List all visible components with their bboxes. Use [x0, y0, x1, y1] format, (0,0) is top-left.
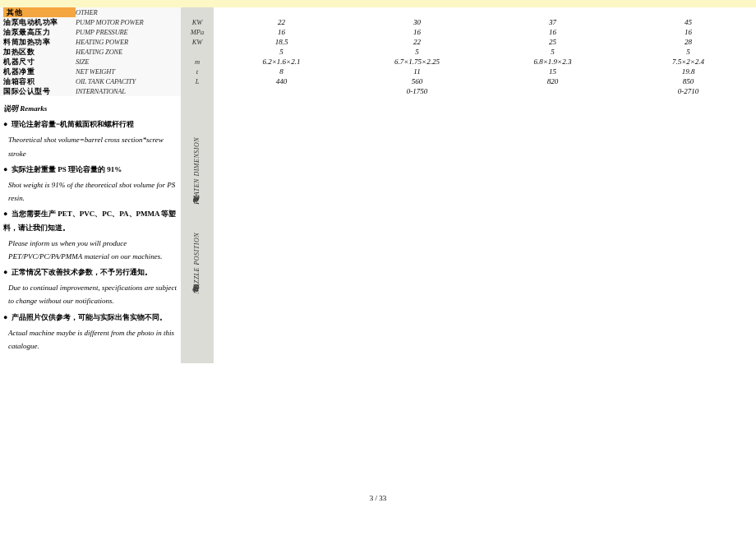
- units-column: KW MPa KW m t L: [181, 7, 214, 96]
- remark-en: Shot weight is 91% of the theoretical sh…: [3, 178, 177, 205]
- label-row: 料筒加热功率HEATING POWER: [0, 37, 181, 47]
- vertical-label-platen: 模板尺寸 PLATEN DIMENSION: [193, 137, 202, 208]
- remark-en: Actual machine maybe is different from t…: [3, 326, 177, 353]
- lower-section: 说明 Remarks ● 理论注射容量=机筒截面积和螺杆行程 Theoretic…: [0, 96, 756, 363]
- unit: KW: [181, 17, 214, 27]
- data-column: 22303745 16161616 18.5222528 5555 6.2×1.…: [214, 7, 756, 96]
- data-row: 6.2×1.6×2.16.7×1.75×2.256.8×1.9×2.37.5×2…: [214, 57, 756, 67]
- remark-item: ● 正常情况下改善技术参数，不予另行通知。: [3, 265, 177, 279]
- top-highlight-band: [0, 0, 756, 7]
- label-row: 油泵最高压力PUMP PRESSURE: [0, 27, 181, 37]
- remarks-panel: 说明 Remarks ● 理论注射容量=机筒截面积和螺杆行程 Theoretic…: [0, 96, 181, 363]
- unit: L: [181, 76, 214, 86]
- unit: KW: [181, 37, 214, 47]
- remark-en: Theoretical shot volume=barrel cross sec…: [3, 133, 177, 159]
- unit: [181, 47, 214, 57]
- label-row: 机器尺寸SIZE: [0, 57, 181, 67]
- remark-item: ● 理论注射容量=机筒截面积和螺杆行程: [3, 118, 177, 131]
- label-row: 加热区数HEATING ZONE: [0, 47, 181, 57]
- remark-en: Due to continual improvement, specificat…: [3, 281, 177, 307]
- unit: MPa: [181, 27, 214, 37]
- section-cn: 其他: [3, 7, 76, 17]
- unit: m: [181, 57, 214, 67]
- remark-item: ● 当您需要生产 PET、PVC、PC、PA、PMMA 等塑料，请让我们知道。: [3, 207, 177, 233]
- label-row: 油泵电动机功率PUMP MOTOR POWER: [0, 17, 181, 27]
- data-row: 22303745: [214, 17, 756, 27]
- label-row: 油箱容积OIL TANK CAPACITY: [0, 76, 181, 86]
- unit: t: [181, 67, 214, 76]
- data-row: 8111519.8: [214, 67, 756, 76]
- data-row: 16161616: [214, 27, 756, 37]
- spec-labels-column: 其他 OTHER 油泵电动机功率PUMP MOTOR POWER 油泵最高压力P…: [0, 7, 181, 96]
- section-header: 其他 OTHER: [0, 7, 181, 17]
- spec-table: 其他 OTHER 油泵电动机功率PUMP MOTOR POWER 油泵最高压力P…: [0, 7, 756, 96]
- unit: [181, 86, 214, 96]
- remark-item: ● 实际注射重量 PS 理论容量的 91%: [3, 163, 177, 176]
- data-row: 18.5222528: [214, 37, 756, 47]
- remark-en: Please inform us when you will produce P…: [3, 237, 177, 263]
- side-vertical-strip: 模板尺寸 PLATEN DIMENSION 移动位置 NOZZLE POSITI…: [181, 96, 214, 363]
- data-row: 0-17500-2710: [214, 86, 756, 96]
- remarks-title: 说明 Remarks: [3, 102, 177, 115]
- vertical-label-nozzle: 移动位置 NOZZLE POSITION: [193, 233, 202, 297]
- page-footer: 3 / 33: [0, 494, 756, 502]
- remark-item: ● 产品照片仅供参考，可能与实际出售实物不同。: [3, 311, 177, 324]
- section-en: OTHER: [76, 7, 177, 17]
- data-row: 440560820850: [214, 76, 756, 86]
- data-row: 5555: [214, 47, 756, 57]
- label-row: 机器净重NET WEIGHT: [0, 67, 181, 76]
- label-row: 国际公认型号INTERNATIONAL: [0, 86, 181, 96]
